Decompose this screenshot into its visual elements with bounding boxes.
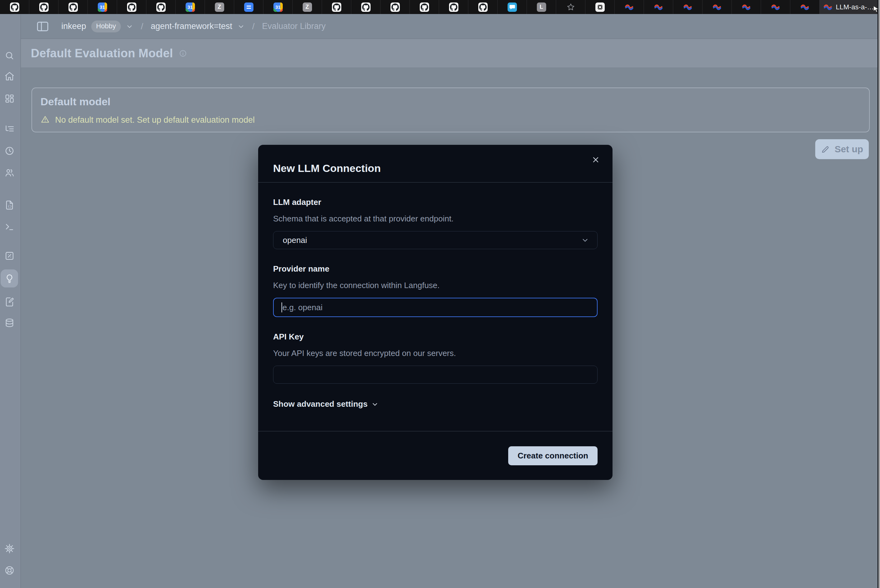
sidebar-item-scores[interactable] bbox=[1, 247, 18, 265]
docs-tab[interactable] bbox=[234, 0, 264, 14]
github-tab[interactable] bbox=[410, 0, 439, 14]
sidebar-item-dashboards[interactable] bbox=[1, 89, 18, 108]
breadcrumb-project[interactable]: agent-framework=test bbox=[151, 21, 232, 31]
sidebar-item-search[interactable] bbox=[1, 46, 18, 64]
llm-adapter-description: Schema that is accepted at that provider… bbox=[273, 214, 598, 224]
github-icon bbox=[332, 3, 341, 12]
search-icon bbox=[4, 51, 15, 61]
github-icon bbox=[39, 3, 49, 12]
calendar-tab[interactable]: 31 bbox=[264, 0, 293, 14]
langfuse-tab[interactable] bbox=[732, 0, 761, 14]
warning-triangle-icon bbox=[40, 115, 50, 125]
panel-left-icon[interactable] bbox=[36, 20, 49, 33]
page-title-bar: Default Evaluation Model bbox=[21, 39, 880, 68]
no-default-model-warning: No default model set. Set up default eva… bbox=[40, 115, 869, 125]
llm-adapter-select[interactable]: openai bbox=[273, 231, 598, 249]
github-tab[interactable] bbox=[322, 0, 351, 14]
sidebar-item-support[interactable] bbox=[1, 561, 18, 579]
advanced-settings-toggle[interactable]: Show advanced settings bbox=[273, 399, 598, 409]
breadcrumb-separator: / bbox=[138, 21, 146, 32]
github-tab[interactable] bbox=[117, 0, 146, 14]
settings-gear-icon bbox=[4, 543, 15, 554]
docs-icon bbox=[244, 3, 253, 12]
clock-icon bbox=[4, 146, 15, 156]
langfuse-tab[interactable] bbox=[790, 0, 820, 14]
langfuse-tab[interactable] bbox=[615, 0, 644, 14]
pencil-icon bbox=[821, 144, 830, 154]
chevron-down-icon[interactable] bbox=[237, 23, 245, 30]
langfuse-tab[interactable] bbox=[644, 0, 673, 14]
users-icon bbox=[4, 168, 15, 178]
langfuse-tab[interactable] bbox=[673, 0, 703, 14]
github-tab[interactable] bbox=[468, 0, 498, 14]
breadcrumb-org[interactable]: inkeep bbox=[61, 21, 86, 31]
active-tab[interactable]: LLM-as-a-… bbox=[820, 0, 880, 14]
github-tab[interactable] bbox=[146, 0, 175, 14]
github-tab[interactable] bbox=[381, 0, 410, 14]
terminal-icon bbox=[4, 222, 15, 232]
breadcrumb-separator: / bbox=[250, 21, 257, 32]
zed-tab[interactable]: Z bbox=[205, 0, 234, 14]
api-key-field bbox=[273, 366, 598, 384]
sidebar-item-evaluation[interactable] bbox=[1, 269, 18, 288]
sidebar-item-home[interactable] bbox=[1, 67, 18, 85]
text-caret bbox=[282, 302, 282, 312]
linear-tab[interactable]: L bbox=[527, 0, 556, 14]
calendar-tab[interactable]: 31 bbox=[175, 0, 205, 14]
active-tab-label: LLM-as-a-… bbox=[836, 3, 874, 11]
langfuse-icon bbox=[823, 3, 833, 12]
close-icon[interactable] bbox=[590, 154, 601, 165]
provider-name-input[interactable] bbox=[273, 298, 598, 317]
api-key-input[interactable] bbox=[273, 366, 598, 384]
lightbulb-icon bbox=[4, 273, 15, 284]
openai-tab[interactable] bbox=[585, 0, 615, 14]
layout-grid-icon bbox=[4, 93, 15, 104]
github-icon bbox=[156, 3, 166, 12]
langfuse-tab[interactable] bbox=[761, 0, 790, 14]
linear-icon: L bbox=[537, 3, 546, 12]
modal-title: New LLM Connection bbox=[273, 162, 598, 174]
sidebar-item-settings[interactable] bbox=[1, 539, 18, 558]
sidebar-item-users[interactable] bbox=[1, 164, 18, 182]
sidebar-item-tracing[interactable] bbox=[1, 120, 18, 138]
langfuse-icon bbox=[683, 3, 693, 12]
sidebar-item-annotation-queues[interactable] bbox=[1, 293, 18, 311]
setup-button[interactable]: Set up bbox=[815, 139, 869, 159]
svg-text:{}: {} bbox=[8, 204, 12, 208]
github-tab[interactable] bbox=[351, 0, 381, 14]
star-icon bbox=[566, 3, 576, 12]
sidebar-item-prompts[interactable]: {} bbox=[1, 196, 18, 214]
modal-footer: Create connection bbox=[258, 431, 613, 480]
chevron-down-icon[interactable] bbox=[126, 23, 133, 30]
zed-tab[interactable]: Z bbox=[293, 0, 322, 14]
sidebar-item-playground[interactable] bbox=[1, 218, 18, 236]
github-tab[interactable] bbox=[29, 0, 58, 14]
warning-text[interactable]: No default model set. Set up default eva… bbox=[55, 115, 255, 125]
github-icon bbox=[478, 3, 488, 12]
chat-tab[interactable] bbox=[498, 0, 527, 14]
api-key-label: API Key bbox=[273, 332, 598, 342]
file-json-icon: {} bbox=[4, 200, 15, 210]
list-tree-icon bbox=[4, 124, 15, 134]
github-icon bbox=[449, 3, 458, 12]
info-icon[interactable] bbox=[179, 49, 187, 58]
openai-icon bbox=[595, 3, 605, 12]
sidebar-item-sessions[interactable] bbox=[1, 142, 18, 160]
breadcrumb: inkeep Hobby / agent-framework=test / Ev… bbox=[61, 21, 326, 32]
langfuse-tab[interactable] bbox=[703, 0, 732, 14]
provider-name-label: Provider name bbox=[273, 264, 598, 274]
github-tab[interactable] bbox=[58, 0, 88, 14]
sidebar-item-datasets[interactable] bbox=[1, 314, 18, 332]
zed-icon: Z bbox=[215, 3, 224, 12]
window-edge-sliver bbox=[879, 0, 880, 588]
provider-name-field bbox=[273, 298, 598, 317]
setup-button-label: Set up bbox=[835, 144, 863, 154]
calendar-tab[interactable]: 31 bbox=[88, 0, 117, 14]
github-icon bbox=[127, 3, 136, 12]
advanced-settings-label: Show advanced settings bbox=[273, 399, 367, 409]
github-tab[interactable] bbox=[439, 0, 468, 14]
star-tab[interactable] bbox=[556, 0, 585, 14]
github-tab[interactable] bbox=[0, 0, 29, 14]
langfuse-icon bbox=[625, 3, 634, 12]
create-connection-button[interactable]: Create connection bbox=[508, 446, 598, 465]
